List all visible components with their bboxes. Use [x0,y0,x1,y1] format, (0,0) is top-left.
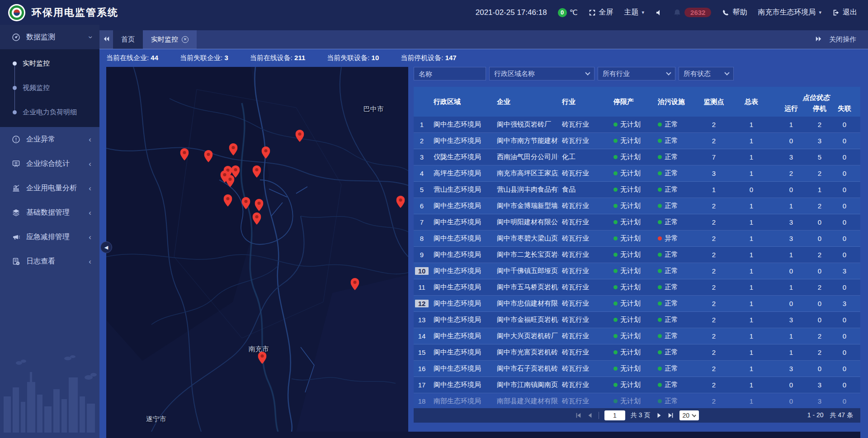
alert-circle-icon [12,135,20,144]
table-row[interactable]: 6阆中生态环境局阆中市金博瑞新型墙材砖瓦行业无计划正常21120 [414,198,860,214]
cell-region: 阆中生态环境局 [430,316,493,324]
app-window: 环保用电监管系统 2021-02-25 17:46:18 0 ℃ 全屏 主题▾ … [0,0,868,438]
theme-menu-button[interactable]: 主题▾ [624,8,645,17]
table-row[interactable]: 16阆中生态环境局阆中市石子页岩机砖厂砖瓦行业无计划正常21300 [414,361,860,377]
name-filter-input[interactable] [419,70,481,78]
last-page-button[interactable] [668,412,674,419]
col-header-run: 运行 [774,103,809,117]
map-pin-icon[interactable] [226,175,234,189]
first-page-button[interactable] [575,412,581,419]
map-pin-icon[interactable] [255,199,264,213]
sidebar-item-6[interactable]: 日志查看‹ [0,249,99,273]
sidebar-item-1[interactable]: 企业异常‹ [0,127,99,151]
table-row[interactable]: 7阆中生态环境局阆中明阳建材有限公司砖瓦行业无计划正常21300 [414,214,860,231]
map-pin-icon[interactable] [253,165,261,179]
fullscreen-button[interactable]: 全屏 [589,8,613,17]
region-filter-select[interactable]: 行政区域名称 [489,67,594,80]
sidebar-subitem-1[interactable]: 视频监控 [0,75,99,100]
sidebar-item-3[interactable]: 企业用电量分析‹ [0,176,99,200]
chevron-down-icon: ▾ [819,9,821,15]
skyline-decoration [0,351,99,433]
table-row[interactable]: 10阆中生态环境局阆中千佛镇五郎垭页岩砖瓦行业无计划正常21003 [414,263,860,279]
cell-industry: 砖瓦行业 [558,267,610,275]
map-pin-icon[interactable] [229,143,237,157]
map-pin-icon[interactable] [180,148,189,162]
cell-region: 高坪生态环境局 [430,169,493,178]
cell-industry: 砖瓦行业 [558,348,610,357]
table-row[interactable]: 3仪陇生态环境局西南油气田分公司川中化工无计划正常71350 [414,149,860,165]
map-pin-icon[interactable] [241,197,250,211]
status-dot-icon [658,253,662,257]
help-button[interactable]: 帮助 [722,8,747,17]
table-row[interactable]: 17阆中生态环境局阆中市江南镇阆南页岩砖瓦行业无计划正常21030 [414,377,860,393]
map-pin-icon[interactable] [396,196,405,210]
chevron-down-icon [724,70,729,75]
name-filter-field[interactable] [414,67,486,80]
status-counter-label: 当前停机设备: [401,54,445,61]
status-dot-icon [658,122,662,127]
cell-index: 12 [414,300,430,307]
cell-production-limit: 无计划 [610,397,654,405]
organization-menu-button[interactable]: 南充市生态环境局▾ [758,8,821,17]
app-title: 环保用电监管系统 [32,6,118,19]
cell-run: 3 [774,316,809,324]
status-dot-icon [613,155,618,159]
table-row[interactable]: 13阆中生态环境局阆中市金福旺页岩机砖砖瓦行业无计划正常21300 [414,312,860,328]
sidebar-item-5[interactable]: 应急减排管理‹ [0,225,99,249]
tab-home[interactable]: 首页 [113,30,143,49]
table-row[interactable]: 14阆中生态环境局阆中大兴页岩机砖厂砖瓦行业无计划正常21120 [414,328,860,344]
cell-total-meter: 1 [729,153,774,161]
map-pin-icon[interactable] [295,130,304,144]
status-dot-icon [613,122,618,127]
map-pin-icon[interactable] [258,352,266,366]
notifications-button[interactable]: 2632 [673,8,711,17]
map-pin-icon[interactable] [261,146,270,160]
logout-button[interactable]: 退出 [832,8,857,17]
cell-stop: 3 [809,381,830,389]
map-pin-icon[interactable] [253,212,261,226]
table-row[interactable]: 12阆中生态环境局阆中市忠信建材有限公砖瓦行业无计划正常21003 [414,296,860,312]
cell-treatment-facility: 正常 [654,169,698,178]
next-page-button[interactable] [656,412,662,419]
status-filter-select[interactable]: 所有状态 [679,67,734,80]
prev-page-button[interactable] [587,412,593,419]
table-row[interactable]: 15阆中生态环境局阆中市光富页岩机砖厂砖瓦行业无计划正常21120 [414,344,860,361]
table-row[interactable]: 11阆中生态环境局阆中市五马桥页岩机砖砖瓦行业无计划正常21120 [414,279,860,296]
sidebar-submenu: 实时监控视频监控企业电力负荷明细 [0,49,99,127]
tab-realtime-monitor[interactable]: 实时监控 ✕ [143,30,197,49]
cell-run: 1 [774,283,809,291]
table-row[interactable]: 18南部生态环境局南部县建兴建材有限公砖瓦行业无计划正常21030 [414,393,860,408]
tabs-scroll-left-button[interactable] [99,30,113,49]
status-dot-icon [658,301,662,306]
sidebar-item-2[interactable]: 企业综合统计‹ [0,151,99,176]
table-row[interactable]: 8阆中生态环境局阆中市枣碧大梁山页岩砖瓦行业无计划异常21300 [414,231,860,247]
cell-monitor-points: 2 [698,218,729,226]
cell-offline: 0 [830,251,859,259]
sound-toggle-button[interactable] [655,9,662,16]
map-collapse-handle[interactable]: ◀ [100,241,112,253]
map-panel[interactable]: 巴中市南充市遂宁市 ◀ [106,67,408,432]
industry-filter-select[interactable]: 所有行业 [598,67,675,80]
sidebar-item-0[interactable]: 数据监测‹ [0,25,99,49]
table-row[interactable]: 4高坪生态环境局南充市高坪区王家店建砖瓦行业无计划正常31220 [414,165,860,182]
close-operations-button[interactable]: 关闭操作 [829,35,856,44]
cell-total-meter: 1 [729,283,774,291]
cell-total-meter: 1 [729,235,774,242]
table-row[interactable]: 1阆中生态环境局阆中强锐页岩砖厂砖瓦行业无计划正常21120 [414,117,860,133]
cell-offline: 0 [830,137,859,145]
close-tab-icon[interactable]: ✕ [182,36,189,43]
sidebar-subitem-0[interactable]: 实时监控 [0,51,99,75]
cell-region: 阆中生态环境局 [430,120,493,129]
map-pin-icon[interactable] [204,150,213,164]
page-number-input[interactable] [604,410,625,420]
table-row[interactable]: 2阆中生态环境局阆中市南方节能建材有砖瓦行业无计划正常21030 [414,133,860,149]
page-size-select[interactable]: 20 [679,410,699,420]
cell-company: 阆中明阳建材有限公司 [493,218,558,226]
sidebar-subitem-2[interactable]: 企业电力负荷明细 [0,100,99,124]
table-row[interactable]: 5营山生态环境局营山县润丰肉食品有限食品无计划正常10010 [414,182,860,198]
tabs-scroll-right-button[interactable] [815,36,822,43]
sidebar-item-4[interactable]: 基础数据管理‹ [0,200,99,225]
map-pin-icon[interactable] [223,194,232,208]
table-row[interactable]: 9阆中生态环境局阆中市二龙长宝页岩砖砖瓦行业无计划正常21120 [414,247,860,263]
map-pin-icon[interactable] [351,278,359,292]
